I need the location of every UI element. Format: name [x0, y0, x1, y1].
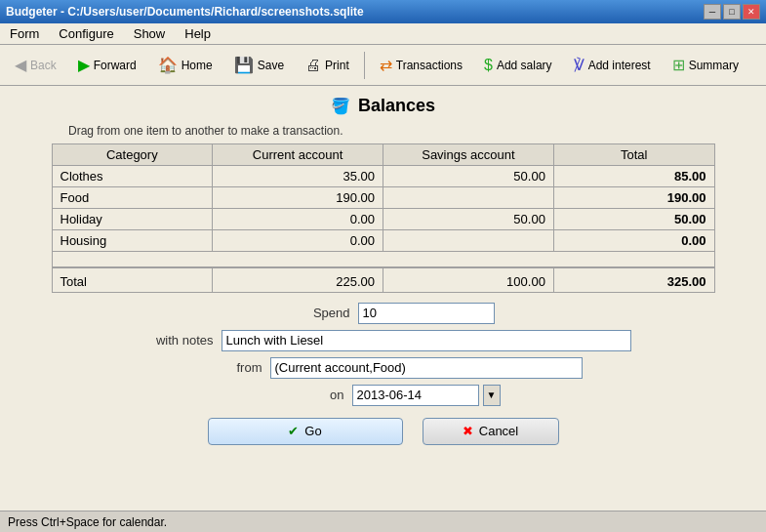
save-label: Save	[258, 59, 284, 72]
cancel-button[interactable]: ✖ Cancel	[423, 418, 559, 445]
add-salary-label: Add salary	[497, 59, 552, 72]
back-label: Back	[30, 59, 57, 72]
menu-form[interactable]: Form	[4, 25, 45, 42]
page-icon: 🪣	[331, 99, 350, 114]
table-row[interactable]: Housing 0.00 0.00	[52, 230, 714, 252]
cell-total: 190.00	[553, 187, 714, 209]
print-label: Print	[325, 59, 349, 72]
table-row[interactable]: Clothes 35.00 50.00 85.00	[52, 166, 714, 187]
notes-row: with notes	[136, 330, 631, 351]
print-icon: 🖨	[305, 58, 321, 73]
transactions-label: Transactions	[396, 59, 463, 72]
cell-category: Clothes	[52, 166, 213, 187]
close-button[interactable]: ✕	[743, 4, 760, 20]
home-button[interactable]: 🏠 Home	[149, 50, 222, 81]
transactions-icon: ⇄	[380, 58, 392, 73]
cell-total: 0.00	[553, 230, 714, 252]
cell-category: Housing	[52, 230, 213, 252]
save-icon: 💾	[234, 58, 254, 73]
action-buttons: ✔ Go ✖ Cancel	[208, 418, 559, 445]
back-button[interactable]: ◀ Back	[6, 50, 65, 81]
status-bar: Press Ctrl+Space for calendar.	[0, 511, 766, 532]
from-row: from	[184, 357, 583, 379]
back-icon: ◀	[15, 58, 26, 73]
transactions-button[interactable]: ⇄ Transactions	[371, 50, 471, 81]
spend-label: Spend	[272, 306, 350, 320]
go-button[interactable]: ✔ Go	[208, 418, 403, 445]
summary-button[interactable]: ⊞ Summary	[664, 50, 747, 81]
maximize-button[interactable]: □	[723, 4, 741, 20]
table-row[interactable]: Holiday 0.00 50.00 50.00	[52, 209, 714, 230]
summary-label: Summary	[689, 59, 739, 72]
home-label: Home	[181, 59, 213, 72]
cancel-label: Cancel	[479, 424, 518, 438]
col-header-savings: Savings account	[383, 144, 553, 166]
forward-button[interactable]: ▶ Forward	[69, 50, 145, 81]
forward-label: Forward	[94, 59, 137, 72]
home-icon: 🏠	[158, 58, 178, 73]
salary-icon: $	[484, 58, 493, 73]
total-savings: 100.00	[383, 267, 553, 293]
cell-category: Food	[52, 187, 213, 209]
cell-savings: 50.00	[383, 166, 553, 187]
page-header: 🪣 Balances	[331, 96, 435, 116]
col-header-current: Current account	[213, 144, 383, 166]
on-label: on	[266, 388, 344, 402]
add-interest-label: Add interest	[588, 59, 651, 72]
check-icon: ✔	[288, 424, 299, 438]
title-bar: Budgeter - C:/Users/user/Documents/Richa…	[0, 0, 766, 23]
page-title: Balances	[358, 96, 435, 116]
date-dropdown-button[interactable]: ▼	[483, 385, 501, 406]
minimize-button[interactable]: ─	[704, 4, 721, 20]
date-input[interactable]	[352, 385, 479, 406]
cell-savings	[383, 187, 553, 209]
table-spacer	[52, 252, 714, 267]
spend-input[interactable]	[358, 303, 495, 324]
cell-category: Holiday	[52, 209, 213, 230]
col-header-total: Total	[553, 144, 714, 166]
print-button[interactable]: 🖨 Print	[297, 50, 358, 81]
toolbar-separator	[364, 52, 365, 79]
interest-icon: ℣	[574, 58, 585, 73]
cell-current: 190.00	[213, 187, 383, 209]
cell-current: 35.00	[213, 166, 383, 187]
cell-total: 50.00	[553, 209, 714, 230]
date-group: ▼	[352, 385, 501, 406]
menu-configure[interactable]: Configure	[53, 25, 119, 42]
menu-show[interactable]: Show	[128, 25, 172, 42]
total-current: 225.00	[213, 267, 383, 293]
notes-input[interactable]	[222, 330, 631, 351]
toolbar: ◀ Back ▶ Forward 🏠 Home 💾 Save 🖨 Print ⇄…	[0, 45, 766, 86]
save-button[interactable]: 💾 Save	[225, 50, 293, 81]
table-total-row: Total 225.00 100.00 325.00	[52, 267, 714, 293]
date-row: on ▼	[266, 385, 501, 406]
status-text: Press Ctrl+Space for calendar.	[8, 515, 167, 529]
from-input[interactable]	[270, 357, 583, 379]
cell-savings	[383, 230, 553, 252]
cell-current: 0.00	[213, 230, 383, 252]
total-total: 325.00	[553, 267, 714, 293]
notes-label: with notes	[136, 333, 214, 348]
cell-savings: 50.00	[383, 209, 553, 230]
menu-bar: Form Configure Show Help	[0, 23, 766, 45]
drag-hint: Drag from one item to another to make a …	[68, 124, 343, 138]
spend-row: Spend	[272, 303, 495, 324]
bottom-form: Spend with notes from on ▼ ✔ Go ✖ Can	[52, 303, 715, 445]
balance-table: Category Current account Savings account…	[52, 143, 715, 293]
main-area: 🪣 Balances Drag from one item to another…	[0, 86, 766, 511]
cell-current: 0.00	[213, 209, 383, 230]
add-salary-button[interactable]: $ Add salary	[475, 50, 561, 81]
summary-icon: ⊞	[672, 58, 685, 73]
cell-total: 85.00	[553, 166, 714, 187]
forward-icon: ▶	[78, 58, 90, 73]
window-controls: ─ □ ✕	[704, 4, 760, 20]
col-header-category: Category	[52, 144, 213, 166]
total-label: Total	[52, 267, 213, 293]
add-interest-button[interactable]: ℣ Add interest	[565, 50, 660, 81]
from-label: from	[184, 360, 262, 375]
go-label: Go	[304, 424, 321, 438]
window-title: Budgeter - C:/Users/user/Documents/Richa…	[6, 5, 364, 19]
table-row[interactable]: Food 190.00 190.00	[52, 187, 714, 209]
x-icon: ✖	[463, 424, 473, 438]
menu-help[interactable]: Help	[179, 25, 217, 42]
